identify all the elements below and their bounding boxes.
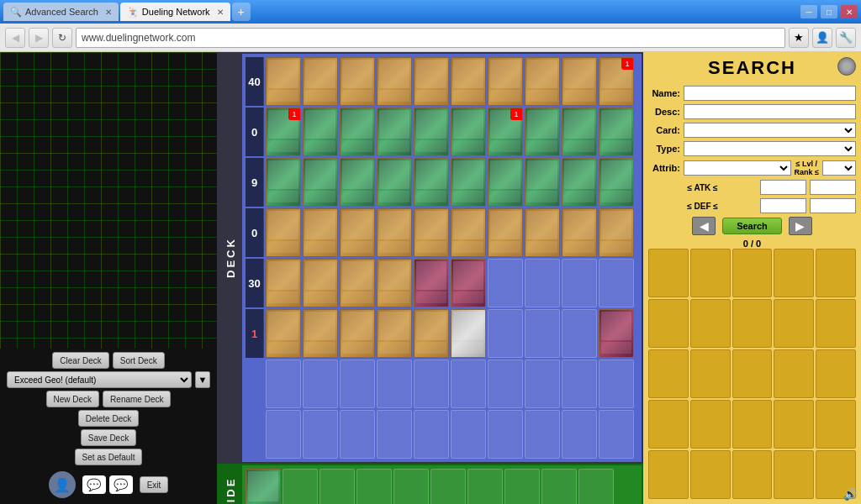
card-slot[interactable] [525, 410, 560, 459]
result-card-slot[interactable] [816, 400, 856, 449]
search-settings-button[interactable] [837, 57, 856, 76]
address-bar[interactable] [76, 28, 785, 48]
card-slot[interactable] [525, 309, 560, 358]
card-slot[interactable] [562, 259, 597, 307]
card-slot[interactable] [488, 360, 523, 408]
card-slot[interactable] [414, 158, 449, 207]
maximize-button[interactable]: □ [821, 5, 837, 18]
result-card-slot[interactable] [690, 349, 731, 398]
atk-min-input[interactable] [760, 180, 806, 195]
card-slot[interactable] [525, 57, 560, 106]
close-button[interactable]: ✕ [841, 5, 858, 18]
card-slot[interactable] [303, 410, 338, 459]
card-slot[interactable] [266, 208, 301, 257]
card-slot[interactable] [599, 108, 634, 156]
card-slot[interactable] [266, 410, 301, 459]
sort-deck-button[interactable]: Sort Deck [113, 352, 165, 369]
forward-button[interactable]: ▶ [29, 28, 49, 48]
side-card-slot[interactable] [504, 469, 540, 504]
card-slot[interactable] [451, 360, 486, 408]
result-card-slot[interactable] [816, 299, 856, 348]
card-slot[interactable] [414, 259, 449, 307]
result-card-slot[interactable] [690, 249, 731, 297]
back-button[interactable]: ◀ [5, 28, 25, 48]
result-card-slot[interactable] [690, 400, 731, 449]
result-card-slot[interactable] [732, 450, 773, 499]
def-max-input[interactable] [810, 198, 856, 213]
card-slot[interactable] [414, 57, 449, 106]
card-slot[interactable] [303, 360, 338, 408]
card-slot[interactable] [266, 158, 301, 207]
result-card-slot[interactable] [648, 349, 689, 398]
card-slot[interactable] [451, 309, 486, 358]
card-slot[interactable] [377, 259, 412, 307]
result-card-slot[interactable] [648, 400, 689, 449]
card-slot[interactable] [451, 108, 486, 156]
name-input[interactable] [684, 86, 856, 101]
bookmark-star-button[interactable]: ★ [789, 28, 809, 48]
card-slot[interactable] [414, 360, 449, 408]
card-slot[interactable] [599, 208, 634, 257]
result-card-slot[interactable] [648, 249, 689, 297]
card-slot[interactable] [599, 360, 634, 408]
card-slot[interactable] [451, 158, 486, 207]
result-card-slot[interactable] [774, 400, 814, 449]
side-card-slot[interactable] [578, 469, 614, 504]
result-card-slot[interactable] [732, 249, 773, 297]
card-slot[interactable] [377, 410, 412, 459]
card-slot[interactable] [303, 158, 338, 207]
card-slot[interactable] [266, 309, 301, 358]
card-slot[interactable] [562, 208, 597, 257]
card-slot[interactable] [340, 309, 375, 358]
card-slot[interactable] [599, 410, 634, 459]
card-slot[interactable] [377, 158, 412, 207]
new-tab-button[interactable]: + [232, 3, 251, 21]
tab-dueling-network[interactable]: 🃏 Dueling Network ✕ [120, 3, 230, 21]
card-slot[interactable] [451, 57, 486, 106]
search-button[interactable]: Search [722, 218, 782, 234]
card-slot[interactable] [377, 360, 412, 408]
card-slot[interactable] [266, 57, 301, 106]
result-card-slot[interactable] [816, 249, 856, 297]
card-slot[interactable] [451, 410, 486, 459]
atk-max-input[interactable] [810, 180, 856, 195]
prev-result-button[interactable]: ◀ [692, 217, 716, 235]
card-slot[interactable] [525, 158, 560, 207]
result-card-slot[interactable] [732, 299, 773, 348]
card-slot[interactable] [525, 108, 560, 156]
card-type-select[interactable]: Monster Spell Trap [684, 123, 856, 138]
tab1-close[interactable]: ✕ [105, 8, 112, 17]
card-slot[interactable] [562, 57, 597, 106]
card-slot[interactable] [340, 208, 375, 257]
card-slot[interactable] [562, 309, 597, 358]
card-slot[interactable] [303, 57, 338, 106]
settings-button[interactable]: 🔧 [836, 28, 856, 48]
def-min-input[interactable] [760, 198, 806, 213]
card-slot[interactable] [414, 208, 449, 257]
card-slot[interactable] [377, 57, 412, 106]
side-card-slot[interactable] [320, 469, 355, 504]
card-slot[interactable] [488, 57, 523, 106]
exit-button[interactable]: Exit [140, 476, 169, 493]
card-slot[interactable]: 1 [488, 108, 523, 156]
card-slot[interactable] [340, 410, 375, 459]
card-slot[interactable]: 1 [266, 108, 301, 156]
card-slot[interactable] [599, 259, 634, 307]
card-slot[interactable] [303, 259, 338, 307]
card-slot[interactable] [562, 410, 597, 459]
card-slot[interactable] [377, 108, 412, 156]
result-card-slot[interactable] [732, 400, 773, 449]
card-slot[interactable] [414, 309, 449, 358]
card-slot[interactable] [414, 410, 449, 459]
card-slot[interactable] [340, 57, 375, 106]
result-card-slot[interactable] [774, 349, 814, 398]
card-slot[interactable] [451, 259, 486, 307]
chat-icon-1[interactable]: 💬 [82, 475, 106, 494]
rename-deck-button[interactable]: Rename Deck [103, 391, 171, 407]
card-slot[interactable] [525, 360, 560, 408]
side-card-slot[interactable] [283, 469, 318, 504]
user-icon-button[interactable]: 👤 [812, 28, 832, 48]
delete-deck-button[interactable]: Delete Deck [78, 410, 139, 427]
card-slot[interactable]: 1 [599, 57, 634, 106]
result-card-slot[interactable] [732, 349, 773, 398]
